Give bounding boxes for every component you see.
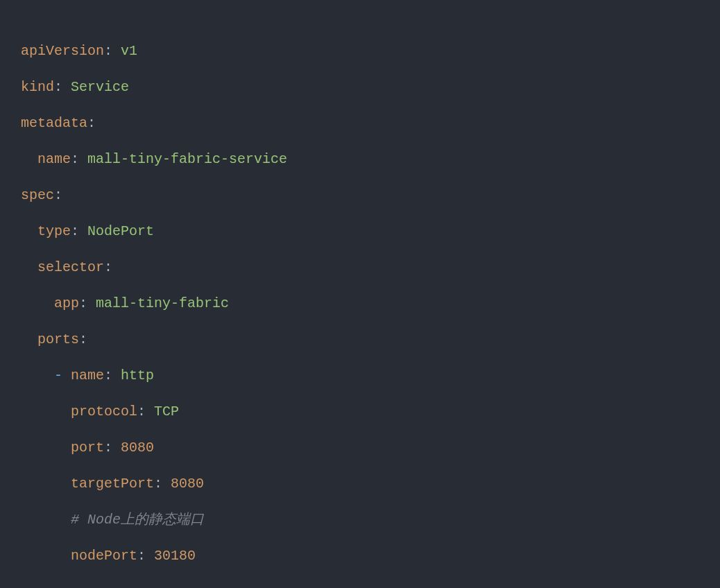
val-apiversion: v1 — [121, 43, 137, 59]
key-metadata: metadata — [21, 115, 87, 131]
key-protocol: protocol — [71, 404, 137, 420]
dash-icon: - — [54, 368, 62, 383]
val-metadata-name: mall-tiny-fabric-service — [87, 151, 287, 167]
key-targetport: targetPort — [71, 476, 154, 492]
key-ports: ports — [37, 331, 79, 347]
key-nodeport: nodePort — [71, 548, 137, 564]
val-targetport: 8080 — [171, 476, 204, 492]
line-kind: kind: Service — [21, 79, 129, 95]
line-targetport: targetPort: 8080 — [21, 476, 204, 492]
line-spec-type: type: NodePort — [21, 223, 154, 239]
line-metadata: metadata: — [21, 115, 96, 131]
line-metadata-name: name: mall-tiny-fabric-service — [21, 151, 287, 167]
val-spec-type: NodePort — [87, 223, 154, 239]
line-spec: spec: — [21, 187, 62, 203]
val-port: 8080 — [121, 440, 154, 456]
line-selector: selector: — [21, 259, 112, 275]
key-apiversion: apiVersion — [21, 43, 104, 59]
line-ports: ports: — [21, 331, 87, 347]
val-kind: Service — [71, 79, 129, 95]
line-protocol: protocol: TCP — [21, 404, 179, 420]
key-port-name: name — [71, 368, 104, 383]
key-port: port — [71, 440, 104, 456]
line-port-name: - name: http — [21, 368, 154, 383]
key-selector-app: app — [54, 295, 79, 311]
val-port-name: http — [121, 368, 154, 383]
key-metadata-name: name — [37, 151, 71, 167]
key-selector: selector — [37, 259, 104, 275]
val-selector-app: mall-tiny-fabric — [96, 295, 229, 311]
val-protocol: TCP — [154, 404, 179, 420]
comment-text: # Node上的静态端口 — [71, 512, 204, 528]
line-nodeport: nodePort: 30180 — [21, 548, 196, 564]
line-port: port: 8080 — [21, 440, 154, 456]
key-spec-type: type — [37, 223, 71, 239]
line-apiversion: apiVersion: v1 — [21, 43, 137, 59]
line-comment: # Node上的静态端口 — [21, 512, 204, 528]
key-spec: spec — [21, 187, 54, 203]
val-nodeport: 30180 — [154, 548, 196, 564]
line-selector-app: app: mall-tiny-fabric — [21, 295, 229, 311]
key-kind: kind — [21, 79, 54, 95]
yaml-code-block: apiVersion: v1 kind: Service metadata: n… — [0, 0, 720, 574]
